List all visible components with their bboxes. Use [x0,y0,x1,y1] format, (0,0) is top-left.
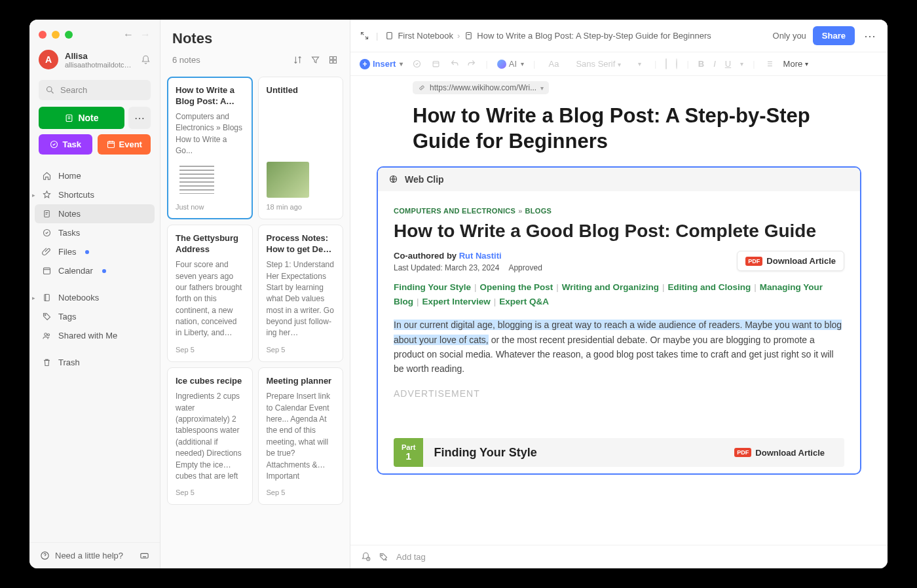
notes-count: 6 notes [172,55,200,65]
nav-trash[interactable]: Trash [35,353,155,372]
keyboard-icon[interactable] [140,551,149,560]
breadcrumb-notebook[interactable]: First Notebook [384,31,453,41]
search-input[interactable]: Search [39,80,151,100]
minimize-window[interactable] [52,31,60,39]
insert-button[interactable]: +Insert▾ [360,59,403,69]
nav-back-icon[interactable]: ← [123,29,134,41]
font-size-select[interactable]: ▾ [634,59,645,69]
reminder-icon[interactable] [361,552,371,562]
article-toc[interactable]: Finding Your Style|Opening the Post|Writ… [394,280,844,308]
nav-tags[interactable]: Tags [35,307,155,326]
svg-rect-15 [330,60,333,63]
note-card[interactable]: Meeting plannerPrepare Insert link to Ca… [258,367,344,505]
nav-files[interactable]: Files [35,242,155,261]
sort-icon[interactable] [293,55,303,65]
trash-icon [41,358,52,367]
nav-shared[interactable]: Shared with Me [35,326,155,345]
share-status[interactable]: Only you [773,31,806,41]
svg-point-10 [47,334,49,336]
share-button[interactable]: Share [813,26,855,45]
check-icon [41,228,52,238]
checkmark-icon[interactable] [412,59,422,69]
pdf-icon: PDF [734,448,751,457]
tag-bar: Add tag [350,545,888,568]
bold-icon[interactable]: B [698,59,704,69]
sidebar: ← → A Allisa allisaathotmaildotcom@g... … [29,20,160,568]
breadcrumb-note[interactable]: How to Write a Blog Post: A Step-by-Step… [464,31,711,41]
note-title[interactable]: How to Write a Blog Post: A Step-by-Step… [350,94,888,166]
list-icon[interactable] [764,59,774,69]
pdf-icon: PDF [745,257,762,266]
toolbar-more-button[interactable]: More▾ [783,59,809,69]
new-note-button[interactable]: Note [39,107,124,129]
toc-link[interactable]: Expert Interview [422,297,491,306]
add-tag-icon[interactable] [379,552,388,562]
card-title: Untitled [267,85,335,96]
task-icon [49,139,59,149]
note-card[interactable]: The Gettysburg AddressFour score and sev… [167,225,253,362]
filter-icon[interactable] [310,55,320,65]
svg-point-8 [45,314,46,316]
notifications-icon[interactable] [141,55,151,65]
svg-rect-14 [333,57,336,60]
new-more-button[interactable]: ⋯ [128,107,151,129]
people-icon [41,331,52,340]
redo-icon[interactable] [466,59,476,69]
expand-icon[interactable] [360,31,369,41]
card-body: Prepare Insert link to Calendar Event he… [267,391,335,483]
highlight-color-icon[interactable] [676,59,677,69]
overflow-menu-icon[interactable]: ⋯ [861,29,878,43]
text-style-select[interactable]: Aa [544,58,563,70]
download-article-button[interactable]: PDFDownload Article [737,251,844,271]
link-icon [418,84,426,92]
download-section-button[interactable]: PDFDownload Article [726,443,833,462]
nav-home[interactable]: Home [35,166,155,185]
ai-button[interactable]: AI▾ [497,59,524,69]
add-tag-label[interactable]: Add tag [396,552,426,562]
note-card[interactable]: How to Write a Blog Post: A Step-by-...C… [167,77,253,219]
new-event-button[interactable]: Event [98,134,151,155]
toc-link[interactable]: Expert Q&A [499,297,549,306]
tag-icon [41,312,52,322]
advertisement-label: ADVERTISEMENT [394,388,844,399]
notebook-icon [41,293,52,303]
toc-link[interactable]: Finding Your Style [394,282,471,292]
toc-link[interactable]: Writing and Organizing [562,282,659,292]
profile-row[interactable]: A Allisa allisaathotmaildotcom@g... [29,46,160,73]
italic-icon[interactable]: I [713,59,716,69]
nav-notebooks[interactable]: ▸Notebooks [35,288,155,307]
close-window[interactable] [39,31,47,39]
more-format-icon[interactable]: ▾ [740,60,743,67]
event-icon [106,139,116,149]
svg-rect-1 [67,115,73,121]
source-url-chip[interactable]: https://www.wikihow.com/Wri... ▾ [413,81,549,94]
new-task-button[interactable]: Task [39,134,92,155]
approved-badge: Approved [508,263,542,272]
article-breadcrumb[interactable]: COMPUTERS AND ELECTRONICS»BLOGS [394,207,844,215]
toc-link[interactable]: Opening the Post [480,282,553,292]
nav-calendar[interactable]: Calendar [35,261,155,280]
editor-content[interactable]: https://www.wikihow.com/Wri... ▾ How to … [350,76,888,545]
notes-title: Notes [172,30,338,47]
undo-icon[interactable] [450,59,460,69]
nav-notes[interactable]: Notes [35,204,155,223]
toc-link[interactable]: Editing and Closing [668,282,751,292]
note-card[interactable]: Untitled18 min ago [258,77,344,219]
underline-icon[interactable]: U [725,59,731,69]
note-card[interactable]: Process Notes: How to get Deb at Zapi...… [258,225,344,362]
card-title: Process Notes: How to get Deb at Zapi... [267,233,335,255]
font-family-select[interactable]: Sans Serif ▾ [572,58,625,70]
calendar-insert-icon[interactable] [431,59,441,69]
editor-toolbar: +Insert▾ | AI▾ | Aa Sans Serif ▾ ▾ | | B… [350,52,888,76]
help-row[interactable]: Need a little help? [29,542,160,568]
nav-tasks[interactable]: Tasks [35,223,155,242]
nav-shortcuts[interactable]: ▸Shortcuts [35,185,155,204]
text-color-icon[interactable] [665,59,667,69]
view-grid-icon[interactable] [328,55,338,65]
maximize-window[interactable] [65,31,73,39]
calendar-icon [41,266,52,276]
card-body [267,100,335,156]
profile-email: allisaathotmaildotcom@g... [65,61,134,69]
author-link[interactable]: Rut Nastiti [459,251,502,261]
note-card[interactable]: Ice cubes recipeIngredients 2 cups water… [167,367,253,505]
